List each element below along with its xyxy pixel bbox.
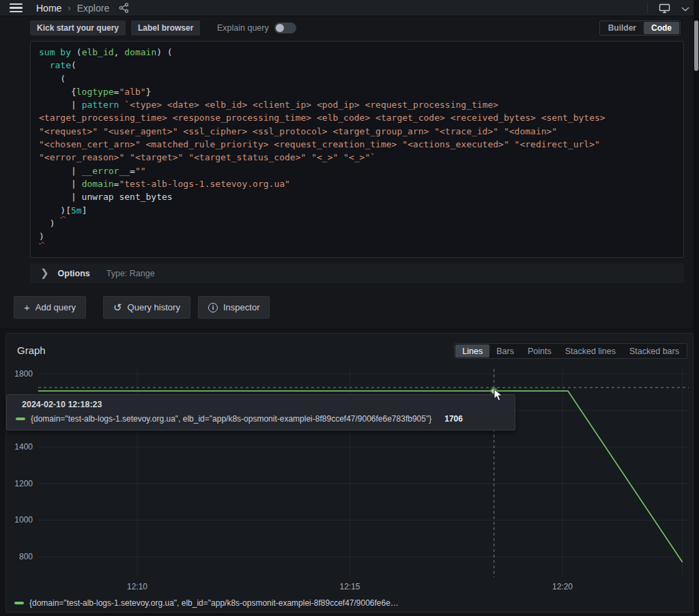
time-series-chart[interactable] (6, 334, 693, 612)
code-line: | pattern `<type> <date> <elb_id> <clien… (39, 98, 683, 111)
x-tick-label: 12:15 (328, 582, 372, 591)
code-line: <target_processing_time> <response_proce… (39, 111, 683, 124)
plus-icon: + (24, 302, 30, 312)
builder-code-switch: BuilderCode (599, 20, 681, 35)
code-line: {logtype="alb"} (39, 85, 683, 98)
y-tick-label: 1800 (6, 369, 33, 379)
code-line: ) (39, 217, 683, 230)
toggle-knob (276, 24, 284, 32)
editor-mode-builder[interactable]: Builder (601, 22, 644, 34)
code-line: "<request>" "<user_agent>" <ssl_cipher> … (39, 125, 683, 138)
y-tick-label: 1200 (6, 479, 33, 488)
chevron-down-icon[interactable] (681, 2, 689, 14)
code-line: sum by (elb_id, domain) ( (39, 46, 683, 59)
inspector-button[interactable]: i Inspector (198, 296, 270, 319)
query-editor-section: Kick start your query Label browser Expl… (0, 16, 699, 327)
explain-query-label: Explain query (217, 23, 269, 33)
breadcrumb-separator-icon: › (68, 3, 70, 13)
tooltip-series-value: 1706 (444, 414, 463, 424)
code-line: ) (39, 230, 683, 243)
tooltip-series-swatch (16, 417, 25, 420)
explain-query-toggle[interactable] (274, 23, 296, 33)
x-tick-label: 12:20 (541, 582, 584, 591)
options-label: Options (58, 269, 90, 278)
tooltip-series-label: {domain="test-alb-logs-1.setevoy.org.ua"… (31, 414, 431, 424)
editor-mode-code[interactable]: Code (644, 22, 679, 34)
add-query-label: Add query (35, 302, 76, 312)
breadcrumb-home[interactable]: Home (36, 3, 61, 14)
query-code: sum by (elb_id, domain) ( rate( ( {logty… (31, 42, 683, 243)
kick-start-query-button[interactable]: Kick start your query (30, 20, 126, 35)
share-icon[interactable] (119, 3, 129, 13)
chart-tooltip: 2024-02-10 12:18:23 {domain="test-alb-lo… (6, 394, 515, 430)
tooltip-timestamp: 2024-02-10 12:18:23 (22, 400, 102, 409)
scrollbar-thumb[interactable] (694, 20, 698, 71)
query-code-editor[interactable]: sum by (elb_id, domain) ( rate( ( {logty… (30, 41, 684, 258)
y-tick-label: 1000 (6, 515, 33, 525)
options-bar[interactable]: ❯ Options Type: Range (30, 263, 684, 283)
history-icon: ↺ (113, 302, 122, 312)
code-line: | domain="test-alb-logs-1.setevoy.org.ua… (39, 177, 683, 190)
menu-hamburger-icon[interactable] (10, 3, 23, 12)
code-line: "<error_reason>" "<target>" "<target_sta… (39, 151, 683, 164)
x-tick-label: 12:10 (115, 582, 159, 591)
legend-series-swatch (14, 602, 24, 604)
legend-item[interactable]: {domain="test-alb-logs-1.setevoy.org.ua"… (14, 598, 399, 608)
query-toolbar: Kick start your query Label browser Expl… (30, 20, 684, 35)
query-history-label: Query history (128, 302, 180, 312)
code-line: )[5m] (39, 204, 683, 217)
top-nav-bar: Home › Explore (0, 0, 699, 16)
mouse-cursor (494, 389, 504, 402)
y-tick-label: 800 (6, 552, 33, 561)
y-tick-label: 1400 (6, 442, 33, 452)
add-query-button[interactable]: + Add query (14, 296, 86, 319)
options-type-value: Type: Range (106, 269, 155, 278)
monitor-icon[interactable] (647, 3, 670, 14)
info-icon: i (208, 303, 218, 312)
graph-panel: Graph LinesBarsPointsStacked linesStacke… (5, 333, 694, 613)
label-browser-button[interactable]: Label browser (131, 20, 200, 35)
code-line: ( (39, 72, 683, 85)
legend-series-label: {domain="test-alb-logs-1.setevoy.org.ua"… (29, 598, 399, 608)
code-line: "<chosen_cert_arn>" <matched_rule_priori… (39, 138, 683, 151)
breadcrumb-explore[interactable]: Explore (77, 3, 109, 14)
code-line: | __error__="" (39, 164, 683, 177)
options-chevron-right-icon: ❯ (40, 267, 49, 278)
code-line: rate( (39, 59, 683, 72)
query-history-button[interactable]: ↺ Query history (103, 296, 190, 319)
code-line: | unwrap sent_bytes (39, 190, 683, 203)
page-scrollbar (694, 0, 699, 616)
inspector-label: Inspector (223, 302, 259, 312)
